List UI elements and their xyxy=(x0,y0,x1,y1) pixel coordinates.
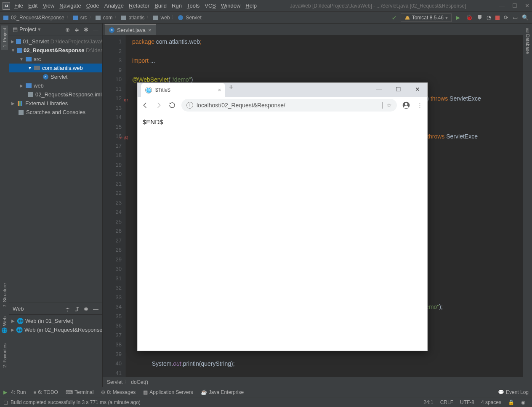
tool-terminal[interactable]: ⌨Terminal xyxy=(66,389,93,395)
browser-profile-button[interactable] xyxy=(402,101,410,109)
build-icon[interactable]: ↙ xyxy=(392,14,396,21)
tab-label: Servlet.java xyxy=(117,27,146,33)
tree-node-web[interactable]: ▶ web xyxy=(9,81,102,90)
browser-tab-close[interactable]: × xyxy=(218,87,221,93)
bottom-tool-bar: ▶4: Run ≡6: TODO ⌨Terminal ⊜0: Messages … xyxy=(0,387,532,397)
status-line-sep[interactable]: CRLF xyxy=(437,399,457,405)
browser-back-button[interactable] xyxy=(141,101,149,109)
run-button[interactable]: ▶ xyxy=(456,14,462,21)
maximize-button[interactable]: ☐ xyxy=(512,3,517,9)
menu-run[interactable]: Run xyxy=(172,3,182,9)
tree-node-package[interactable]: ▼ com.atlantis.web xyxy=(9,64,102,72)
crumb-atlantis[interactable]: atlantis xyxy=(128,15,144,21)
menu-analyze[interactable]: Analyze xyxy=(104,3,124,9)
minimize-button[interactable]: — xyxy=(499,3,505,9)
tool-tab-structure[interactable]: 7: Structure xyxy=(1,281,8,310)
settings-icon[interactable]: ✱ xyxy=(84,306,90,312)
folder-icon xyxy=(96,16,101,20)
favicon-icon: 🌐 xyxy=(145,87,152,93)
project-panel-header: ▤ Project ▾ ⊕ ≑ ✱ — xyxy=(9,24,102,35)
tree-node-servlet[interactable]: c Servlet xyxy=(9,72,102,81)
menu-bar: File Edit View Navigate Code Analyze Ref… xyxy=(14,3,257,9)
profile-button[interactable]: ◔ xyxy=(487,14,491,21)
tool-tab-database[interactable]: 🗄Database xyxy=(524,25,531,56)
menu-vcs[interactable]: VCS xyxy=(205,3,216,9)
panel-title[interactable]: Project xyxy=(19,26,36,32)
menu-view[interactable]: View xyxy=(43,3,54,9)
hide-icon[interactable]: — xyxy=(93,27,99,32)
new-tab-button[interactable]: + xyxy=(225,83,237,92)
settings-icon[interactable]: ✱ xyxy=(84,27,90,32)
expand-icon[interactable]: ⇵ xyxy=(74,306,80,312)
collapse-icon[interactable]: ≑ xyxy=(65,306,71,312)
browser-maximize[interactable]: ☐ xyxy=(388,83,408,96)
tool-app-servers[interactable]: ▦Application Servers xyxy=(143,389,193,395)
browser-address-bar[interactable]: i localhost/02_Request&Response/ ☆ xyxy=(181,99,397,112)
tool-tab-web[interactable]: 🌐Web xyxy=(1,314,8,336)
browser-menu-button[interactable]: ⋮ xyxy=(415,101,424,109)
stop-button[interactable] xyxy=(495,16,500,20)
run-config-selector[interactable]: Tomcat 8.5.46 ▾ xyxy=(401,13,452,22)
tool-tab-project[interactable]: 1: Project xyxy=(1,25,8,50)
menu-edit[interactable]: Edit xyxy=(28,3,37,9)
status-toggle-icon[interactable]: ▢ xyxy=(3,399,8,405)
update-button[interactable]: ⟳ xyxy=(504,14,508,21)
page-body-text: $END$ xyxy=(143,118,163,125)
menu-tools[interactable]: Tools xyxy=(187,3,200,9)
collapse-icon[interactable]: ≑ xyxy=(74,27,80,32)
menu-navigate[interactable]: Navigate xyxy=(59,3,81,9)
svg-point-1 xyxy=(405,103,407,105)
browser-tab[interactable]: 🌐 $Title$ × xyxy=(141,83,225,97)
crumb-web[interactable]: web xyxy=(160,15,170,21)
site-info-icon[interactable]: i xyxy=(186,102,193,109)
tree-node-01servlet[interactable]: ▶ 01_Servlet D:\IdeaProjects\JavaW xyxy=(9,37,102,46)
tree-node-scratches[interactable]: Scratches and Consoles xyxy=(9,108,102,117)
tree-node-02request[interactable]: ▼ 02_Request&Response D:\Ideal xyxy=(9,46,102,55)
editor-tab-servlet[interactable]: c Servlet.java × xyxy=(104,24,156,35)
menu-code[interactable]: Code xyxy=(86,3,99,9)
tree-node-external-libs[interactable]: ▶ External Libraries xyxy=(9,99,102,108)
tool-event-log[interactable]: 💬Event Log xyxy=(498,389,529,395)
close-button[interactable]: ✕ xyxy=(525,3,529,9)
browser-minimize[interactable]: — xyxy=(369,83,388,96)
tree-node-iml[interactable]: 02_Request&Response.iml xyxy=(9,90,102,99)
coverage-button[interactable]: ⛊ xyxy=(477,14,482,21)
locate-icon[interactable]: ⊕ xyxy=(65,27,71,32)
browser-reload-button[interactable] xyxy=(168,101,176,109)
menu-window[interactable]: Window xyxy=(221,3,240,9)
crumb-method[interactable]: doGet() xyxy=(131,379,148,385)
web-item-02[interactable]: ▶🌐 Web (in 02_Request&Response) xyxy=(9,325,102,334)
tool-java-ee[interactable]: ☕Java Enterprise xyxy=(201,389,244,395)
tool-tab-favorites[interactable]: 2: Favorites xyxy=(1,341,8,370)
hide-icon[interactable]: — xyxy=(93,306,99,312)
crumb-module[interactable]: 02_Request&Response xyxy=(11,15,64,21)
menu-help[interactable]: Help xyxy=(245,3,257,9)
bookmark-icon[interactable]: ☆ xyxy=(386,102,392,109)
status-lock-icon[interactable]: 🔒 xyxy=(505,399,518,405)
editor-tabs: c Servlet.java × xyxy=(103,24,523,35)
editor-gutter[interactable]: 1 2 3 9 10 11 12 13 14 15 16 17 18 19 20… xyxy=(103,35,125,377)
layout-button[interactable]: ▭ xyxy=(513,14,518,21)
menu-build[interactable]: Build xyxy=(154,3,167,9)
status-caret-pos[interactable]: 24:1 xyxy=(420,399,436,405)
crumb-com[interactable]: com xyxy=(103,15,113,21)
debug-button[interactable]: 🐞 xyxy=(466,14,473,21)
tool-run[interactable]: ▶4: Run xyxy=(3,389,26,395)
crumb-class[interactable]: Servlet xyxy=(186,15,201,21)
search-everywhere-button[interactable]: 🔍 xyxy=(522,14,529,21)
web-item-01[interactable]: ▶🌐 Web (in 01_Servlet) xyxy=(9,317,102,325)
status-indent[interactable]: 4 spaces xyxy=(478,399,505,405)
menu-refactor[interactable]: Refactor xyxy=(129,3,149,9)
tool-todo[interactable]: ≡6: TODO xyxy=(33,389,58,395)
tool-messages[interactable]: ⊜0: Messages xyxy=(101,389,136,395)
browser-forward-button[interactable] xyxy=(154,101,163,109)
tree-node-src[interactable]: ▼ src xyxy=(9,55,102,64)
crumb-class[interactable]: Servlet xyxy=(107,379,122,385)
status-inspector-icon[interactable]: ◉ xyxy=(518,399,529,405)
folder-icon xyxy=(121,16,126,20)
tab-close-button[interactable]: × xyxy=(148,27,152,33)
menu-file[interactable]: File xyxy=(14,3,23,9)
browser-close[interactable]: ✕ xyxy=(408,83,427,96)
crumb-src[interactable]: src xyxy=(80,15,87,21)
status-encoding[interactable]: UTF-8 xyxy=(457,399,478,405)
